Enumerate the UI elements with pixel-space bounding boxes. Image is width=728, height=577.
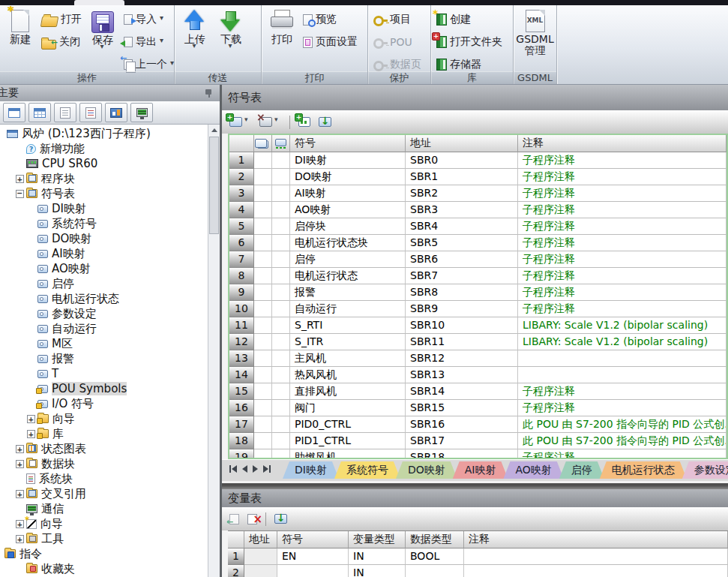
- open-library-folder-button[interactable]: 打开文件夹: [434, 32, 505, 52]
- comment-cell[interactable]: [464, 565, 728, 577]
- comment-cell[interactable]: 子程序注释: [518, 202, 727, 218]
- row-number-cell[interactable]: 6: [229, 235, 254, 251]
- expander-minus-icon[interactable]: [16, 190, 24, 198]
- expander-plus-icon[interactable]: [16, 490, 24, 498]
- symbol-cell[interactable]: AI映射: [290, 185, 406, 202]
- comment-cell[interactable]: 子程序注释: [518, 235, 727, 251]
- comment-cell[interactable]: LIBARY: Scale V1.2 (bipolar scaling): [518, 334, 727, 350]
- symbol-cell[interactable]: 电机运行状态块: [290, 235, 406, 251]
- symbol-flag-cell[interactable]: [272, 202, 290, 218]
- row-number-cell[interactable]: 17: [229, 416, 254, 433]
- tree-scrollbar[interactable]: [208, 125, 220, 577]
- address-cell[interactable]: SBR7: [406, 268, 518, 284]
- comment-cell[interactable]: 子程序注释: [518, 449, 727, 459]
- data-type-cell[interactable]: BOOL: [406, 548, 464, 565]
- symbol-flag-cell[interactable]: [272, 449, 290, 459]
- row-number-cell[interactable]: 1: [228, 548, 244, 565]
- address-cell[interactable]: SBR13: [406, 367, 518, 383]
- symbol-flag-cell[interactable]: [272, 367, 290, 383]
- tree-item-symtab-do[interactable]: DO映射: [0, 231, 208, 246]
- row-number-cell[interactable]: 2: [229, 169, 254, 185]
- delete-row-button[interactable]: [244, 512, 260, 526]
- symbol-flag-cell[interactable]: [254, 284, 272, 301]
- symbol-flag-cell[interactable]: [254, 251, 272, 268]
- tree-item-symtab-system[interactable]: 系统符号: [0, 216, 208, 231]
- active-ribbon-tab[interactable]: [74, 0, 124, 5]
- comment-cell[interactable]: 子程序注释: [518, 169, 727, 185]
- tree-item-program-block[interactable]: 程序块: [0, 171, 208, 186]
- comment-cell[interactable]: 子程序注释: [518, 400, 727, 416]
- address-cell[interactable]: SBR11: [406, 334, 518, 350]
- row-number-cell[interactable]: 14: [229, 367, 254, 383]
- sheet-tab-param-setting[interactable]: 参数设定: [682, 461, 728, 479]
- symbol-cell[interactable]: 启停块: [290, 218, 406, 235]
- symbol-cell[interactable]: 自动运行: [290, 301, 406, 317]
- row-number-cell[interactable]: 5: [229, 218, 254, 235]
- symbol-flag-cell[interactable]: [272, 416, 290, 433]
- expander-plus-icon[interactable]: [16, 175, 24, 183]
- symbol-cell[interactable]: DO映射: [290, 169, 406, 185]
- new-button[interactable]: 新建: [2, 8, 38, 47]
- symbol-flag-cell[interactable]: [272, 400, 290, 416]
- symbol-flag-cell[interactable]: [272, 334, 290, 350]
- symbol-cell[interactable]: 阀门: [290, 400, 406, 416]
- comment-cell[interactable]: 子程序注释: [518, 268, 727, 284]
- comment-cell[interactable]: 子程序注释: [518, 152, 727, 169]
- symbol-cell[interactable]: AO映射: [290, 202, 406, 218]
- scrollbar-thumb[interactable]: [209, 137, 219, 234]
- prev-sheet-button[interactable]: [242, 465, 247, 473]
- symbol-flag-cell[interactable]: [272, 169, 290, 185]
- address-cell[interactable]: SBR12: [406, 350, 518, 367]
- address-cell[interactable]: SBR9: [406, 301, 518, 317]
- insert-symbol-button[interactable]: [226, 116, 254, 128]
- tree-item-symtab-library[interactable]: 库: [0, 426, 208, 441]
- symbol-cell[interactable]: 热风风机: [290, 367, 406, 383]
- comment-cell[interactable]: 子程序注释: [518, 284, 727, 301]
- comment-cell[interactable]: 子程序注释: [518, 251, 727, 268]
- symbol-flag-cell[interactable]: [272, 218, 290, 235]
- symbol-flag-cell[interactable]: [254, 301, 272, 317]
- last-sheet-button[interactable]: [263, 465, 271, 473]
- row-number-cell[interactable]: 16: [229, 400, 254, 416]
- symbol-cell[interactable]: S_ITR: [290, 334, 406, 350]
- tree-item-favorites[interactable]: 收藏夹: [0, 561, 208, 576]
- pin-icon[interactable]: [205, 89, 213, 98]
- row-number-cell[interactable]: 7: [229, 251, 254, 268]
- data-type-cell[interactable]: [406, 565, 464, 577]
- row-number-cell[interactable]: 15: [229, 383, 254, 400]
- navigation-view-button[interactable]: [3, 103, 25, 122]
- row-number-cell[interactable]: 11: [229, 317, 254, 334]
- row-number-cell[interactable]: 4: [229, 202, 254, 218]
- symbol-flag-cell[interactable]: [254, 367, 272, 383]
- symbol-flag-cell[interactable]: [254, 152, 272, 169]
- tree-item-symtab-wizard[interactable]: 向导: [0, 411, 208, 426]
- symbol-cell[interactable]: 助燃风机: [290, 449, 406, 459]
- var-type-cell[interactable]: IN: [349, 548, 406, 565]
- symbol-cell[interactable]: S_RTI: [290, 317, 406, 334]
- expander-plus-icon[interactable]: [16, 460, 24, 468]
- comment-cell[interactable]: [518, 350, 727, 367]
- address-cell[interactable]: SBR5: [406, 235, 518, 251]
- symbol-cell[interactable]: 直排风机: [290, 383, 406, 400]
- symbol-cell[interactable]: EN: [277, 548, 349, 565]
- protect-project-button[interactable]: 项目: [371, 10, 424, 29]
- symbol-cell[interactable]: 主风机: [290, 350, 406, 367]
- row-number-cell[interactable]: 18: [229, 433, 254, 449]
- page-setup-button[interactable]: 页面设置: [301, 32, 360, 52]
- address-cell[interactable]: SBR14: [406, 383, 518, 400]
- symbol-flag-cell[interactable]: [254, 449, 272, 459]
- download-button[interactable]: 下载: [213, 8, 249, 55]
- tree-item-symtab-m[interactable]: M区: [0, 336, 208, 351]
- symbol-flag-cell[interactable]: [254, 169, 272, 185]
- expander-plus-icon[interactable]: [27, 430, 35, 438]
- symbol-flag-cell[interactable]: [254, 416, 272, 433]
- comment-cell[interactable]: LIBARY: Scale V1.2 (bipolar scaling): [518, 317, 727, 334]
- save-button[interactable]: 保存: [85, 8, 121, 56]
- panel-splitter[interactable]: [222, 481, 728, 489]
- tree-item-symtab-param[interactable]: 参数设定: [0, 306, 208, 321]
- row-number-cell[interactable]: 2: [228, 565, 244, 577]
- tree-item-instructions[interactable]: 指令: [0, 546, 208, 561]
- comment-cell[interactable]: 子程序注释: [518, 301, 727, 317]
- tree-item-symbol-table[interactable]: 符号表: [0, 186, 208, 201]
- tree-item-symtab-motor-status[interactable]: 电机运行状态: [0, 291, 208, 306]
